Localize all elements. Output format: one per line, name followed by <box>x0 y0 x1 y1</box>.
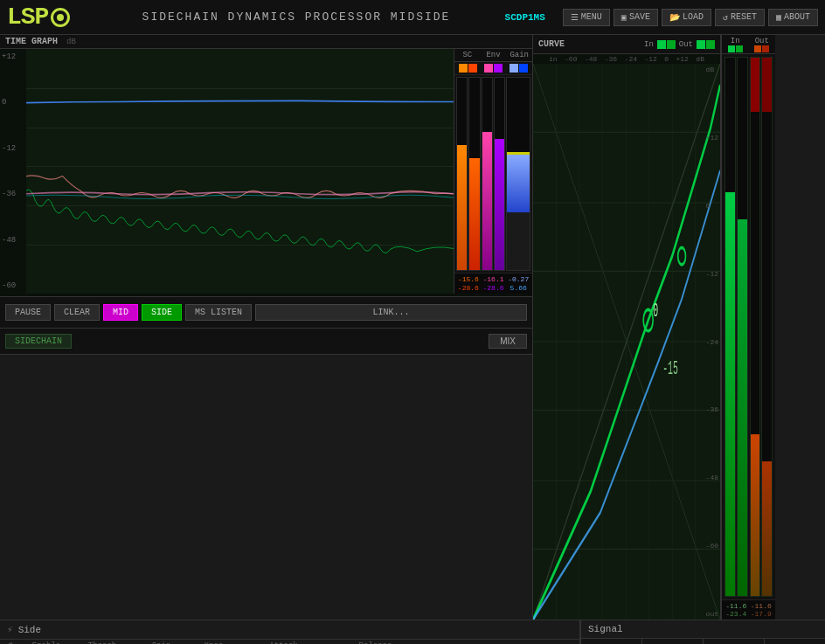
meter-val-6: 5.66 <box>506 284 530 292</box>
out-fill-1 <box>751 434 760 596</box>
clear-button[interactable]: CLEAR <box>54 304 100 321</box>
curve-n36: -36 <box>605 55 617 63</box>
curve-n36-right: -36 <box>706 405 718 413</box>
in-meter-2 <box>737 57 748 597</box>
time-1: 1 <box>406 295 411 297</box>
signal-title: Signal <box>588 624 623 634</box>
out-val-1: -11.6 <box>751 602 772 610</box>
gain-fill-bottom <box>507 212 530 270</box>
sidechain-label: SIDECHAIN <box>5 334 72 349</box>
in-header-colors <box>728 45 743 52</box>
sc-color-2 <box>468 64 477 73</box>
in-val-1: -11.6 <box>725 602 746 610</box>
out-header-colors <box>754 45 769 52</box>
curve-title: CURVE <box>538 39 565 49</box>
top-bar: LSP SIDECHAIN DYNAMICS PROCESSOR MIDSIDE… <box>0 0 825 35</box>
meter-val-row-1: -15.6 -16.1 -0.27 <box>456 275 530 283</box>
gain-marker <box>507 152 530 155</box>
about-button[interactable]: ▦ ABOUT <box>768 9 818 26</box>
in-val-2: -23.4 <box>725 610 746 618</box>
time-3-5: 3.5 <box>164 295 178 297</box>
curve-db-labels: dB +12 0 -12 -24 -36 -48 -60 out <box>706 64 718 620</box>
curve-n48-right: -48 <box>706 474 718 481</box>
time-1-5: 1.5 <box>354 295 368 297</box>
pause-button[interactable]: PAUSE <box>5 304 51 321</box>
sc-meter-1 <box>456 77 468 271</box>
controls-bar: PAUSE CLEAR MID SIDE MS LISTEN LINK... <box>0 297 532 329</box>
side-button[interactable]: SIDE <box>142 304 182 321</box>
app-title: SIDECHAIN DYNAMICS PROCESSOR MIDSIDE <box>87 10 504 24</box>
ms-listen-button[interactable]: MS LISTEN <box>185 304 252 321</box>
svg-text:0: 0 <box>653 301 658 322</box>
graph-canvas <box>26 49 454 294</box>
mix-button[interactable]: MIX <box>489 334 527 349</box>
out-fill-2 <box>762 461 772 596</box>
in-header-label: In <box>731 37 740 45</box>
gain-meters <box>506 77 530 271</box>
channel-strip: ⚡ Side # Enable Thresh(dB) Gain(dB) Knee… <box>0 620 580 644</box>
meters-header: SC Env Gain <box>454 49 532 62</box>
curve-header: CURVE In Out <box>533 35 720 54</box>
mid-button[interactable]: MID <box>103 304 138 321</box>
strip-icon: ⚡ <box>7 624 13 635</box>
left-panel: TIME GRAPH dB +12 0 -12 -36 -48 -60 <box>0 35 533 620</box>
out-meters <box>750 57 773 597</box>
db-label: dB <box>66 38 76 46</box>
gain-fill-1 <box>507 155 530 212</box>
sc-meter-2 <box>468 77 480 271</box>
curve-0-right: 0 <box>706 202 718 210</box>
in-meter-1 <box>724 57 736 597</box>
curve-area: 0 -15 dB +12 0 -12 -24 -36 -48 -60 out <box>533 64 720 620</box>
in-header: In <box>722 35 749 53</box>
time-0: 0 <box>502 295 506 297</box>
out-color-2 <box>706 40 715 49</box>
menu-button[interactable]: ☰ MENU <box>563 9 610 26</box>
meter-val-5: -28.6 <box>482 284 506 292</box>
time-4-5: 4.5 <box>69 295 83 297</box>
env-meter-2 <box>494 77 505 271</box>
strip-title: Side <box>18 625 41 635</box>
sc-fill-2 <box>469 158 479 270</box>
db-label-n12: -12 <box>2 144 24 153</box>
in-out-val-row-2: -23.4 -17.9 <box>724 610 773 618</box>
time-graph: TIME GRAPH dB +12 0 -12 -36 -48 -60 <box>0 35 532 297</box>
meter-color-squares <box>454 62 532 75</box>
meter-val-2: -16.1 <box>482 275 506 283</box>
curve-p12: +12 <box>706 134 718 142</box>
curve-p12: +12 <box>676 55 689 63</box>
curve-n12-right: -12 <box>706 270 718 278</box>
reset-button[interactable]: ↺ RESET <box>715 9 765 26</box>
time-3: 3 <box>216 295 220 297</box>
in-out-meter-bars <box>722 54 775 599</box>
link-button[interactable]: LINK... <box>255 304 527 321</box>
out-val-2: -17.9 <box>751 610 772 618</box>
in-hdr-c1 <box>728 45 735 52</box>
logo-icon <box>51 8 70 27</box>
in-label: In <box>644 40 654 49</box>
curve-in-axis: in -60 -48 -36 -24 -12 0 +12 dB <box>533 54 720 64</box>
waveform-svg <box>26 49 454 294</box>
curve-db: dB <box>696 55 704 63</box>
signal-cell-input: Input 0.00dB <box>765 639 825 644</box>
in-out-meters: In Out <box>721 35 775 620</box>
in-out-val-row-1: -11.6 -11.6 <box>724 602 773 610</box>
save-button[interactable]: ▣ SAVE <box>614 9 658 26</box>
time-4: 4 <box>121 295 126 297</box>
load-button[interactable]: 📂 LOAD <box>662 9 711 26</box>
curve-svg: 0 -15 <box>533 64 720 620</box>
curve-n24-right: -24 <box>706 338 718 346</box>
in-meters <box>724 57 748 597</box>
time-axis: s 4.5 4 3.5 3 2.5 2 1.5 1 0.5 0 <box>0 294 532 297</box>
sc-color-1 <box>459 64 468 73</box>
env-color-1 <box>484 64 493 73</box>
side-meters: SC Env Gain <box>454 49 532 294</box>
graph-db-labels: +12 0 -12 -36 -48 -60 <box>0 49 26 294</box>
logo-text: LSP <box>7 3 48 31</box>
out-meter-1 <box>750 57 761 597</box>
out-meter-2 <box>761 57 773 597</box>
curve-n48: -48 <box>585 55 597 63</box>
curve-out-label: out <box>706 610 718 618</box>
db-label-n36: -36 <box>2 190 24 198</box>
out-header-label: Out <box>755 37 769 45</box>
curve-panel: CURVE In Out in -60 -48 -36 -24 -12 <box>533 35 721 620</box>
